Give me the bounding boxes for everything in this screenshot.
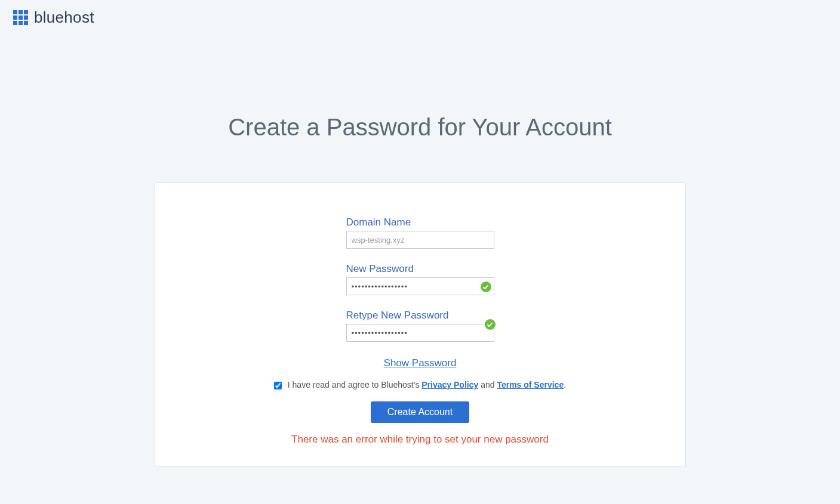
new-password-input[interactable] (346, 277, 494, 295)
agree-text-mid: and (478, 380, 497, 389)
agree-text-prefix: I have read and agree to Bluehost's (288, 380, 422, 389)
password-card: Domain Name New Password Retype New Pass… (155, 183, 686, 466)
agree-checkbox[interactable] (274, 382, 282, 389)
create-account-button[interactable]: Create Account (371, 401, 469, 423)
domain-field: Domain Name (346, 217, 494, 249)
privacy-policy-link[interactable]: Privacy Policy (421, 380, 478, 389)
brand-name: bluehost (34, 8, 94, 27)
checkmark-icon (481, 282, 491, 292)
domain-input (346, 231, 494, 249)
page-title: Create a Password for Your Account (0, 114, 840, 141)
brand-grid-icon (13, 10, 28, 25)
new-password-label: New Password (346, 263, 494, 275)
retype-password-label: Retype New Password (346, 310, 494, 321)
agree-row: I have read and agree to Bluehost's Priv… (179, 380, 661, 389)
show-password-link[interactable]: Show Password (384, 357, 457, 369)
new-password-field: New Password (346, 263, 494, 295)
retype-password-field: Retype New Password (346, 310, 494, 342)
domain-label: Domain Name (346, 217, 494, 228)
checkmark-icon (485, 319, 496, 330)
header: bluehost (0, 0, 840, 30)
agree-text-suffix: . (564, 380, 566, 389)
error-message: There was an error while trying to set y… (179, 434, 661, 446)
retype-password-input[interactable] (346, 324, 494, 342)
terms-of-service-link[interactable]: Terms of Service (497, 380, 564, 389)
